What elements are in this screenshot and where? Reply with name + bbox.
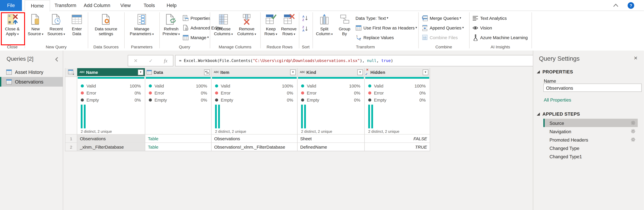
azure-machine-learning-button[interactable]: Azure Machine Learning (472, 33, 528, 42)
data-type-button[interactable]: Data Type: Text (356, 14, 388, 23)
formula-fx-icon[interactable]: fx (164, 58, 167, 63)
tab-help[interactable]: Help (162, 0, 182, 11)
sort-az-icon: A Z (302, 15, 308, 21)
keep-rows-button[interactable]: Keep Rows (262, 13, 280, 42)
formula-bar-input[interactable]: = Excel.Workbook(File.Contents("C:\Users… (175, 55, 592, 66)
applied-steps-section-header[interactable]: APPLIED STEPS (537, 111, 580, 116)
manage-icon (182, 34, 189, 41)
split-column-label-line2: Column (316, 31, 333, 37)
filter-dropdown-button[interactable]: ▼ (138, 69, 144, 75)
split-column-icon (319, 14, 330, 25)
cell-kind-row1[interactable]: Sheet (298, 134, 364, 142)
manage-parameters-button[interactable]: Manage Parameters (126, 13, 157, 42)
cell-hidden-row2[interactable]: TRUE (365, 142, 430, 151)
step-settings-gear-icon[interactable] (631, 137, 636, 142)
tab-tools[interactable]: Tools (139, 0, 160, 11)
choose-columns-button[interactable]: Choose Columns (212, 13, 234, 42)
formula-cancel-button[interactable]: ✕ (134, 58, 138, 64)
cell-item-row2[interactable]: Observations!_xlnm._FilterDatabase (212, 142, 297, 151)
row-number[interactable]: 1 (66, 134, 77, 143)
close-panel-button[interactable]: ✕ (634, 55, 638, 61)
merge-queries-button[interactable]: Merge Queries (422, 14, 461, 23)
column-header-name[interactable]: ABC Name ▼ (77, 68, 145, 77)
text-analytics-label: Text Analytics (480, 16, 507, 21)
tab-transform[interactable]: Transform (52, 0, 79, 11)
column-header-kind[interactable]: ABC Kind ▼ (298, 68, 364, 77)
properties-button[interactable]: Properties (182, 14, 210, 23)
applied-step-navigation[interactable]: Navigation (543, 127, 638, 135)
filter-dropdown-button[interactable]: ▼ (357, 69, 363, 75)
value-distribution-histogram (301, 105, 307, 128)
refresh-preview-button[interactable]: Refresh Preview (161, 13, 182, 42)
stat-valid: Valid100% (365, 83, 430, 89)
formula-commit-button[interactable]: ✓ (149, 58, 153, 64)
applied-step-changed-type[interactable]: Changed Type (543, 144, 638, 152)
cell-data-row1[interactable]: Table (145, 134, 211, 142)
tab-home[interactable]: Home (24, 0, 50, 12)
tab-view[interactable]: View (115, 0, 136, 11)
filter-dropdown-button[interactable]: ▼ (423, 69, 428, 75)
collapse-queries-pane-button[interactable] (55, 57, 58, 62)
query-item-observations[interactable]: Observations (0, 77, 63, 87)
text-analytics-button[interactable]: Text Analytics (472, 14, 507, 23)
properties-section-header[interactable]: PROPERTIES (537, 69, 573, 74)
select-all-corner[interactable] (66, 68, 77, 77)
column-header-hidden[interactable]: ✕✓ Hidden ▼ (365, 68, 430, 77)
data-source-settings-button[interactable]: Data source settings (90, 13, 122, 42)
vision-button[interactable]: Vision (472, 23, 492, 32)
column-header-item[interactable]: ABC Item ▼ (212, 68, 297, 77)
stat-error: Error0% (77, 90, 145, 96)
expand-column-button[interactable] (204, 69, 210, 75)
append-queries-button[interactable]: Append Queries (422, 23, 464, 32)
group-caption-query: Query (159, 44, 210, 49)
sort-descending-button[interactable]: Z A (302, 24, 310, 33)
query-name-input[interactable] (543, 84, 642, 92)
use-first-row-as-headers-button[interactable]: Use First Row as Headers (356, 23, 417, 32)
split-column-button[interactable]: Split Column (313, 13, 335, 42)
new-source-button[interactable]: New Source (26, 13, 46, 42)
svg-text:A: A (302, 15, 304, 18)
remove-columns-button[interactable]: Remove Columns (235, 13, 258, 42)
distinct-summary: 2 distinct, 2 unique (368, 129, 400, 134)
table-icon (6, 79, 12, 84)
recent-sources-button[interactable]: Recent Sources (46, 13, 67, 42)
applied-step-promoted-headers[interactable]: Promoted Headers (543, 135, 638, 144)
append-queries-label: Append Queries (430, 25, 462, 30)
close-apply-label-line1: Close & (5, 26, 20, 31)
enter-data-button[interactable]: Enter Data (67, 13, 87, 42)
cell-data-row2[interactable]: Table (145, 142, 211, 151)
cell-name-row1[interactable]: Observations (77, 134, 145, 142)
all-properties-link[interactable]: All Properties (544, 97, 571, 102)
choose-columns-label-line1: Choose (216, 26, 230, 31)
group-by-button[interactable]: Group By (335, 13, 354, 42)
row-number[interactable]: 2 (66, 142, 77, 151)
applied-step-changed-type1[interactable]: Changed Type1 (543, 152, 638, 160)
split-column-label-line1: Split (320, 26, 328, 31)
manage-button[interactable]: Manage (182, 33, 209, 42)
cell-item-row1[interactable]: Observations (212, 134, 297, 142)
remove-rows-button[interactable]: Remove Rows (280, 13, 298, 42)
column-name: ABC Name ▼ Valid100% Error0% Empty0% 2 d… (77, 68, 145, 151)
combine-files-button[interactable]: Combine Files (422, 33, 458, 42)
step-settings-gear-icon[interactable] (631, 129, 636, 134)
close-apply-button[interactable]: Close & Apply (2, 13, 22, 42)
applied-step-source[interactable]: Source (543, 119, 638, 127)
group-caption-parameters: Parameters (124, 44, 159, 49)
workspace: Queries [2] Asset History Observations (0, 51, 644, 210)
cell-name-row2[interactable]: _xlnm._FilterDatabase (77, 142, 145, 151)
step-settings-gear-icon[interactable] (631, 120, 636, 125)
svg-text:A: A (302, 29, 304, 32)
sort-ascending-button[interactable]: A Z (302, 14, 310, 23)
column-header-data[interactable]: Data (145, 68, 211, 77)
cell-kind-row2[interactable]: DefinedName (298, 142, 364, 151)
column-header-label: Data (154, 70, 204, 75)
close-icon: ✕ (634, 55, 638, 61)
tab-file[interactable]: File (0, 0, 22, 11)
filter-dropdown-button[interactable]: ▼ (290, 69, 296, 75)
cell-hidden-row1[interactable]: FALSE (365, 134, 430, 142)
tab-add-column[interactable]: Add Column (82, 0, 112, 11)
query-item-asset-history[interactable]: Asset History (0, 67, 63, 77)
help-button[interactable]: ? (628, 2, 634, 9)
collapse-ribbon-button[interactable] (613, 3, 619, 8)
replace-values-button[interactable]: 1 2 Replace Values (356, 33, 394, 42)
